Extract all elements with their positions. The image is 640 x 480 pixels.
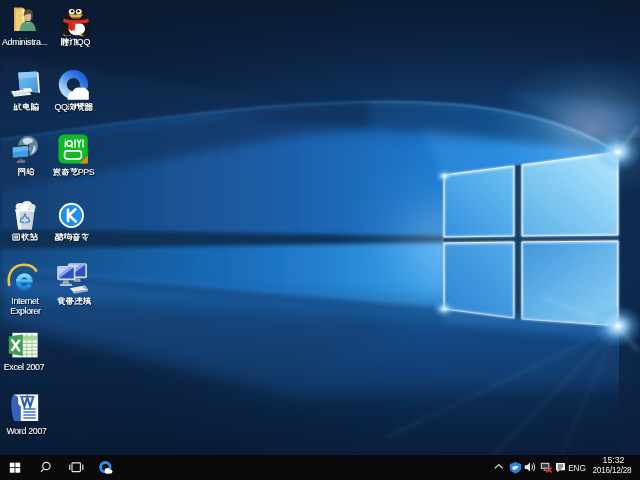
svg-text:QQ: QQ (55, 102, 69, 112)
svg-text:Internet: Internet (11, 296, 39, 306)
svg-text:ENG: ENG (568, 464, 586, 473)
svg-text:2016/12/28: 2016/12/28 (593, 466, 633, 475)
svg-text:Explorer: Explorer (10, 306, 41, 316)
svg-text:PPS: PPS (78, 167, 95, 177)
svg-text:Excel 2007: Excel 2007 (4, 362, 45, 372)
svg-text:QQ: QQ (77, 37, 91, 47)
svg-text:Administra...: Administra... (2, 37, 47, 47)
svg-text:15:32: 15:32 (602, 455, 624, 465)
svg-text:Word 2007: Word 2007 (6, 426, 47, 436)
